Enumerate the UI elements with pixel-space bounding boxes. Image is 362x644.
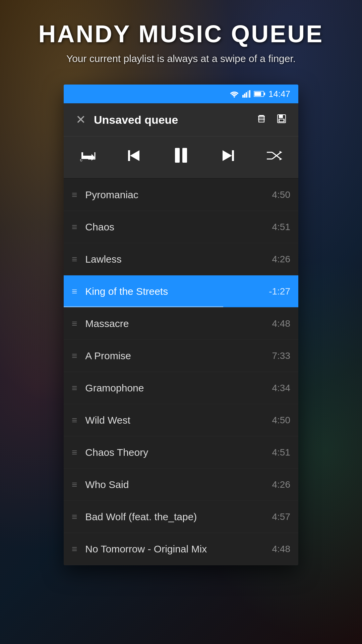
signal-icon	[242, 90, 250, 98]
svg-rect-3	[246, 92, 247, 98]
track-progress-bar	[64, 306, 223, 307]
track-duration: 4:57	[272, 512, 291, 522]
track-name: King of the Streets	[85, 286, 269, 297]
battery-icon	[254, 91, 265, 97]
track-name: Who Said	[85, 479, 272, 490]
svg-rect-1	[242, 95, 244, 98]
track-name: Lawless	[85, 254, 272, 265]
track-duration: 4:50	[272, 415, 291, 426]
track-duration: -1:27	[269, 286, 290, 297]
svg-marker-19	[130, 150, 139, 161]
drag-handle-icon: ≡	[72, 383, 77, 393]
track-name: Wild West	[85, 415, 272, 426]
svg-rect-16	[280, 119, 284, 121]
drag-handle-icon: ≡	[72, 512, 77, 522]
drag-handle-icon: ≡	[72, 544, 77, 554]
drag-handle-icon: ≡	[72, 255, 77, 264]
svg-marker-23	[223, 150, 232, 161]
track-item[interactable]: ≡ Who Said 4:26	[64, 469, 298, 501]
track-duration: 4:51	[272, 222, 291, 232]
track-item[interactable]: ≡ Lawless 4:26	[64, 243, 298, 275]
track-item[interactable]: ≡ No Tomorrow - Original Mix 4:48	[64, 533, 298, 565]
track-name: Gramophone	[85, 382, 272, 394]
track-name: A Promise	[85, 350, 272, 362]
status-icons: 14:47	[230, 89, 290, 99]
repeat-button[interactable]: ↻	[77, 146, 99, 168]
track-name: Chaos	[85, 221, 272, 233]
svg-rect-7	[264, 93, 265, 95]
delete-queue-button[interactable]	[255, 113, 267, 127]
track-name: No Tomorrow - Original Mix	[85, 543, 272, 555]
track-duration: 4:48	[272, 544, 291, 554]
status-bar: 14:47	[64, 85, 298, 103]
track-name: Pyromaniac	[85, 189, 272, 201]
previous-button[interactable]	[124, 146, 144, 169]
svg-rect-18	[128, 150, 130, 161]
playback-controls: ↻	[64, 137, 298, 179]
track-item[interactable]: ≡ Chaos 4:51	[64, 211, 298, 243]
svg-rect-22	[232, 150, 234, 161]
close-button[interactable]: ✕	[74, 111, 87, 128]
track-item[interactable]: ≡ Massacre 4:48	[64, 308, 298, 340]
pause-button[interactable]	[169, 143, 193, 171]
track-name: Bad Wolf (feat. the_tape)	[85, 511, 272, 523]
svg-rect-8	[254, 92, 261, 96]
track-duration: 4:48	[272, 318, 291, 329]
svg-marker-29	[280, 158, 282, 160]
track-duration: 4:34	[272, 383, 291, 393]
svg-rect-2	[244, 94, 245, 98]
track-duration: 4:51	[272, 447, 291, 458]
track-item[interactable]: ≡ King of the Streets -1:27	[64, 275, 298, 308]
queue-actions	[255, 113, 288, 127]
drag-handle-icon: ≡	[72, 287, 77, 296]
track-item[interactable]: ≡ Chaos Theory 4:51	[64, 436, 298, 469]
track-name: Chaos Theory	[85, 447, 272, 458]
track-duration: 4:26	[272, 479, 291, 490]
track-item[interactable]: ≡ Gramophone 4:34	[64, 372, 298, 404]
svg-text:↻: ↻	[80, 159, 82, 162]
drag-handle-icon: ≡	[72, 480, 77, 489]
svg-marker-5	[249, 90, 250, 98]
track-item[interactable]: ≡ Wild West 4:50	[64, 404, 298, 436]
drag-handle-icon: ≡	[72, 416, 77, 425]
status-time: 14:47	[268, 89, 290, 99]
svg-rect-4	[247, 91, 249, 98]
track-duration: 4:50	[272, 190, 291, 200]
drag-handle-icon: ≡	[72, 448, 77, 457]
app-subtitle: Your current playlist is always at a swi…	[13, 53, 349, 64]
drag-handle-icon: ≡	[72, 190, 77, 200]
svg-rect-20	[175, 148, 180, 163]
svg-rect-14	[279, 115, 283, 118]
drag-handle-icon: ≡	[72, 351, 77, 361]
queue-header: ✕ Unsaved queue	[64, 103, 298, 137]
drag-handle-icon: ≡	[72, 222, 77, 232]
drag-handle-icon: ≡	[72, 319, 77, 328]
track-item[interactable]: ≡ A Promise 7:33	[64, 340, 298, 372]
next-button[interactable]	[218, 146, 238, 169]
track-duration: 4:26	[272, 254, 291, 265]
phone-frame: 14:47 ✕ Unsaved queue	[64, 85, 298, 565]
shuffle-button[interactable]	[263, 146, 285, 168]
wifi-icon	[230, 90, 239, 98]
app-header: HANDY MUSIC QUEUE Your current playlist …	[0, 0, 362, 78]
svg-rect-21	[182, 148, 187, 163]
track-name: Massacre	[85, 318, 272, 329]
track-item[interactable]: ≡ Pyromaniac 4:50	[64, 179, 298, 211]
svg-marker-28	[280, 151, 282, 154]
track-list: ≡ Pyromaniac 4:50 ≡ Chaos 4:51 ≡ Lawless…	[64, 179, 298, 565]
app-title: HANDY MUSIC QUEUE	[13, 20, 349, 48]
track-duration: 7:33	[272, 351, 291, 361]
track-item[interactable]: ≡ Bad Wolf (feat. the_tape) 4:57	[64, 501, 298, 533]
svg-point-0	[234, 96, 235, 98]
save-queue-button[interactable]	[276, 113, 288, 127]
queue-title: Unsaved queue	[94, 113, 249, 126]
